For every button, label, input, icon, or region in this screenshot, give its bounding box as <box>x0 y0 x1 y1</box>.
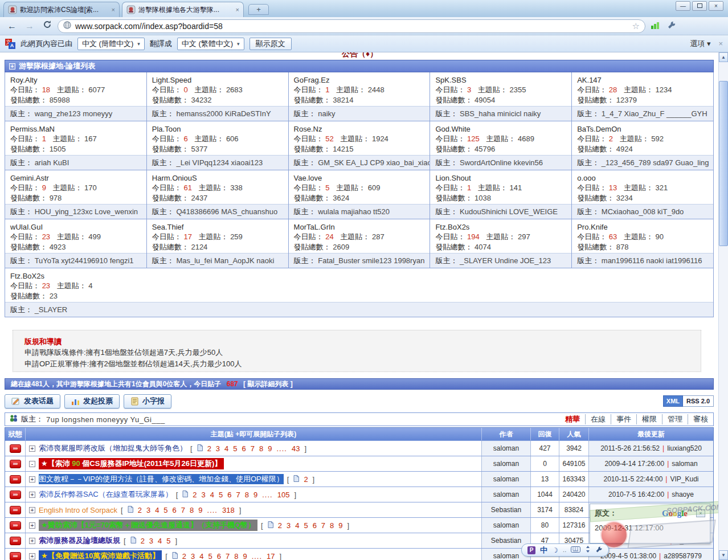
page-number-link[interactable]: 4 <box>199 552 203 560</box>
thread-title[interactable]: English Intro of Sorpack <box>39 506 117 514</box>
page-number-link[interactable]: 7 <box>236 490 240 499</box>
page-number-link[interactable]: 9 <box>198 506 202 514</box>
thread-title[interactable]: 索沛反作弊器SAC（在線查看玩家屏幕） <box>39 489 173 500</box>
page-number-link[interactable]: 7 <box>251 444 255 453</box>
address-bar[interactable]: www.sorpack.com//index.asp?boardid=58 ☆ <box>58 19 645 33</box>
collapse-icon[interactable]: + <box>9 63 15 70</box>
expand-toggle-icon[interactable]: - <box>29 461 35 467</box>
board-name[interactable]: SpK.SBS <box>435 75 571 85</box>
board-name[interactable]: Permiss.MaN <box>10 124 146 134</box>
board-name[interactable]: AK.147 <box>577 75 713 85</box>
expand-toggle-icon[interactable]: + <box>29 538 35 544</box>
xml-feed-badge[interactable]: XML <box>663 395 683 407</box>
page-number-link[interactable]: 8 <box>234 552 238 560</box>
board-name[interactable]: Harm.OniouS <box>152 173 288 183</box>
page-number-link[interactable]: 4 <box>224 444 228 453</box>
board-name[interactable]: GoFrag.Ez <box>294 75 430 85</box>
page-number-link[interactable]: 6 <box>173 506 177 514</box>
bulletin-button[interactable]: 小字报 <box>124 394 171 408</box>
page-number-link[interactable]: 5 <box>166 537 170 545</box>
page-number-link[interactable]: 318 <box>222 506 235 514</box>
show-original-button[interactable]: 顯示原文 <box>250 38 292 50</box>
board-name[interactable]: Vae.love <box>294 173 430 183</box>
board-moderators[interactable]: MCxiaohao_008 kiT_9do <box>602 207 684 216</box>
board-name[interactable]: Light.Speed <box>152 75 288 85</box>
extension-bars-icon[interactable] <box>648 21 662 31</box>
scroll-up-arrow[interactable]: ▲ <box>719 52 728 62</box>
tab-close-icon[interactable]: × <box>112 6 115 13</box>
board-moderators[interactable]: man1996116 naoki iat1996116 <box>602 256 702 265</box>
board-moderators[interactable]: TuYoTa xyt244196910 fengzi1 <box>35 256 134 265</box>
tooltip-close-icon[interactable]: × <box>696 509 705 517</box>
board-name[interactable]: Ftz.BoX2s <box>10 271 713 281</box>
page-number-link[interactable]: 8 <box>259 444 263 453</box>
page-number-link[interactable]: 5 <box>208 552 212 560</box>
ime-fullhalf-moon-icon[interactable]: ☽ <box>552 546 558 554</box>
page-number-link[interactable]: 105 <box>277 490 290 499</box>
board-name[interactable]: BaTs.DemOn <box>577 124 713 134</box>
board-moderators[interactable]: HOU_ying_123xc Love_wenxin <box>35 207 138 216</box>
page-number-link[interactable]: 3 <box>202 490 206 499</box>
thread-title[interactable]: ★贊助索沛【1元=70索幣＋贈送優先進服通道】（支持手機Q幣） <box>39 520 257 531</box>
nav-link-online[interactable]: 在線 <box>585 414 611 424</box>
page-number-link[interactable]: 3 <box>146 506 150 514</box>
page-number-link[interactable]: 4 <box>210 490 214 499</box>
page-number-link[interactable]: 6 <box>242 444 246 453</box>
board-moderators[interactable]: Fatal_Buster smile123 1998ryan <box>318 256 424 265</box>
page-number-link[interactable]: 4 <box>295 521 299 530</box>
new-topic-button[interactable]: 发表话题 <box>5 394 60 408</box>
page-number-link[interactable]: 2 <box>141 537 145 545</box>
page-number-link[interactable]: 5 <box>219 490 223 499</box>
tab-close-icon[interactable]: × <box>236 6 239 13</box>
board-moderators[interactable]: wang_zhe123 moneyyy <box>35 109 113 118</box>
last-updater[interactable]: VIP_Kudi <box>670 475 698 483</box>
page-number-link[interactable]: 2 <box>278 521 282 530</box>
show-detail-link[interactable]: [ 顯示詳細列表 ] <box>243 380 293 388</box>
page-number-link[interactable]: 4 <box>155 506 159 514</box>
thread-author[interactable]: saloman <box>482 472 531 487</box>
board-name[interactable]: wUlaI.GuI <box>10 222 146 232</box>
page-number-link[interactable]: 2 <box>207 444 211 453</box>
board-name[interactable]: Rose.Nz <box>294 124 430 134</box>
rss-feed-badge[interactable]: RSS 2.0 <box>683 395 714 407</box>
page-number-link[interactable]: 2 <box>304 475 308 484</box>
page-number-link[interactable]: 7 <box>321 521 325 530</box>
wrench-menu-icon[interactable] <box>665 21 678 32</box>
page-number-link[interactable]: 5 <box>304 521 308 530</box>
page-scrollbar[interactable]: ▲ ▼ <box>718 52 728 560</box>
board-moderators[interactable]: naiky <box>318 109 335 118</box>
ime-punctuation-icon[interactable]: ‥ <box>563 547 567 553</box>
page-number-link[interactable]: 3 <box>216 444 220 453</box>
page-number-link[interactable]: 3 <box>149 537 153 545</box>
page-number-link[interactable]: 3 <box>287 521 291 530</box>
bookmark-star-icon[interactable]: ☆ <box>632 21 640 31</box>
board-name[interactable]: Pla.Toon <box>152 124 288 134</box>
page-number-link[interactable]: 17 <box>267 552 275 560</box>
board-moderators[interactable]: SwordArtOnline kkevin56 <box>460 158 543 167</box>
board-name[interactable]: MorTaL.GrIn <box>294 222 430 232</box>
page-number-link[interactable]: 8 <box>190 506 194 514</box>
source-language-select[interactable]: 中文 (簡體中文) ▾ <box>77 38 145 50</box>
page-number-link[interactable]: 6 <box>227 490 231 499</box>
nav-link-manage[interactable]: 管理 <box>662 414 688 424</box>
nav-link-review[interactable]: 審核 <box>688 414 713 424</box>
last-updater[interactable]: shaoye <box>672 490 694 498</box>
page-number-link[interactable]: 9 <box>243 552 247 560</box>
page-number-link[interactable]: 5 <box>163 506 167 514</box>
page-number-link[interactable]: 8 <box>330 521 334 530</box>
board-moderators[interactable]: ariah KuBI <box>35 158 69 167</box>
board-name[interactable]: Pro.Knife <box>577 222 713 232</box>
board-name[interactable]: Gemini.Astr <box>10 173 146 183</box>
thread-title[interactable]: 图文教程－－VIP的使用方法（註冊、修改密碼、增加金錢、使用OP權限） <box>39 474 284 484</box>
expand-toggle-icon[interactable]: + <box>29 553 35 559</box>
expand-toggle-icon[interactable]: + <box>29 492 35 498</box>
page-number-link[interactable]: 8 <box>245 490 249 499</box>
forward-button[interactable]: → <box>22 19 37 33</box>
board-moderators[interactable]: hemanss2000 KiRaDeSTInY <box>176 109 271 118</box>
restore-button[interactable] <box>692 1 707 11</box>
board-name[interactable]: o.ooo <box>577 173 713 183</box>
board-moderators[interactable]: _SLAYER Undine JOE_123 <box>460 256 551 265</box>
page-number-link[interactable]: 7 <box>181 506 185 514</box>
scrollbar-thumb[interactable] <box>719 81 728 246</box>
tab-board-list[interactable]: 游擊隊根據地各大游擊隊... × <box>122 2 244 17</box>
